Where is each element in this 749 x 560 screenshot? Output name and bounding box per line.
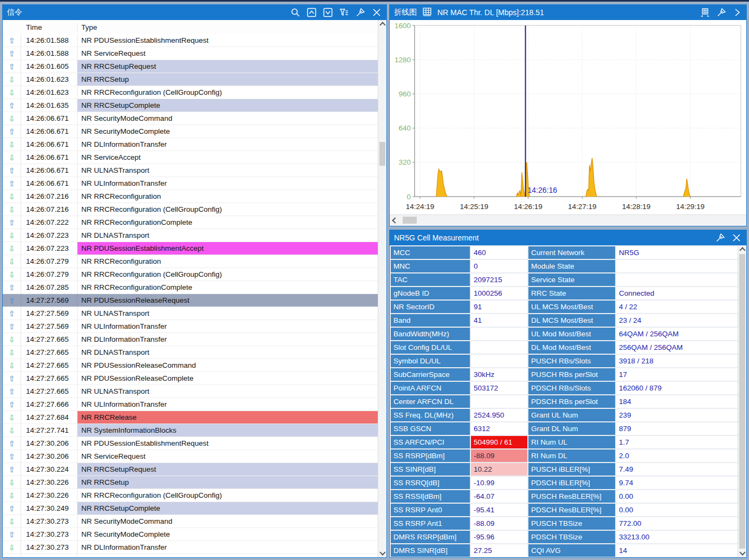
metric-value[interactable]: 1.7 bbox=[616, 436, 738, 448]
metric-value[interactable] bbox=[471, 328, 527, 340]
metric-label[interactable]: RI Num DL bbox=[528, 450, 615, 462]
metric-label[interactable]: DMRS SINR[dB] bbox=[391, 544, 470, 557]
signaling-row[interactable]: ⇩14:26:06.671NR SecurityModeCommand bbox=[3, 112, 378, 125]
chart-horizontal-scrollbar[interactable] bbox=[390, 214, 746, 226]
signaling-row[interactable]: ⇩14:26:07.279NR RRCReconfiguration (Cell… bbox=[3, 268, 378, 281]
metric-value[interactable]: 0 bbox=[471, 260, 527, 272]
metric-value[interactable]: 4 / 22 bbox=[616, 301, 738, 313]
metric-value[interactable]: 1000256 bbox=[471, 287, 527, 299]
signaling-row[interactable]: ⇩14:26:07.216NR RRCReconfiguration bbox=[3, 190, 378, 203]
metric-value[interactable]: 23 / 24 bbox=[616, 314, 738, 327]
metric-label[interactable]: SS ARFCN/PCI bbox=[391, 436, 470, 448]
metric-value[interactable]: 504990 / 61 bbox=[471, 436, 527, 448]
metric-value[interactable] bbox=[471, 341, 527, 354]
metric-label[interactable]: PDSCH iBLER[%] bbox=[528, 477, 615, 489]
fit-grid-icon[interactable] bbox=[700, 7, 711, 18]
metric-value[interactable]: 0.00 bbox=[616, 490, 738, 503]
metric-label[interactable]: NR SectorID bbox=[391, 301, 470, 313]
metric-value[interactable]: 7.49 bbox=[616, 463, 738, 476]
metric-label[interactable]: gNodeB ID bbox=[391, 287, 470, 299]
metric-label[interactable]: PDSCH RBs/Slots bbox=[528, 382, 615, 394]
metric-value[interactable]: 10.22 bbox=[471, 463, 527, 476]
signaling-row[interactable]: ⇧14:26:06.671NR SecurityModeComplete bbox=[3, 125, 378, 138]
prev-message-icon[interactable] bbox=[306, 7, 317, 18]
next-message-icon[interactable] bbox=[322, 7, 333, 18]
metric-value[interactable]: 27.25 bbox=[471, 544, 527, 557]
signaling-row[interactable]: ⇧14:27:30.206NR ServiceRequest bbox=[3, 450, 378, 463]
signaling-row[interactable]: ⇧14:27:27.665NR PDUSessionReleaseComplet… bbox=[3, 372, 378, 385]
metric-value[interactable]: -88.09 bbox=[471, 517, 527, 530]
metric-value[interactable]: 91 bbox=[471, 301, 527, 313]
signaling-row[interactable]: ⇧14:27:27.569NR ULNASTransport bbox=[3, 307, 378, 320]
signaling-row[interactable]: ⇧14:26:07.222NR RRCReconfigurationComple… bbox=[3, 216, 378, 229]
signaling-row[interactable]: ⇩14:26:07.216NR RRCReconfiguration (Cell… bbox=[3, 203, 378, 216]
metric-label[interactable]: PDSCH ResBLER[%] bbox=[528, 504, 615, 516]
signaling-row[interactable]: ⇧14:27:27.666NR ULInformationTransfer bbox=[3, 398, 378, 411]
scrollbar-thumb[interactable] bbox=[739, 254, 745, 549]
metric-label[interactable]: Center ARFCN DL bbox=[391, 395, 470, 408]
signaling-row[interactable]: ⇧14:27:30.206NR PDUSessionEstablishmentR… bbox=[3, 437, 378, 450]
metric-label[interactable]: PointA ARFCN bbox=[391, 382, 470, 394]
metric-label[interactable]: DL Mod Most/Best bbox=[528, 341, 615, 354]
pin-icon[interactable] bbox=[355, 7, 366, 18]
signaling-row[interactable]: ⇩14:27:27.684NR RRCRelease bbox=[3, 411, 378, 424]
signaling-row[interactable]: ⇩14:27:30.273NR SecurityModeCommand bbox=[3, 515, 378, 528]
signaling-row[interactable]: ⇧14:26:01.588NR PDUSessionEstablishmentR… bbox=[3, 34, 378, 47]
metric-value[interactable]: 41 bbox=[471, 314, 527, 327]
search-icon[interactable] bbox=[290, 7, 301, 18]
metric-label[interactable]: TAC bbox=[391, 274, 470, 286]
signaling-row[interactable]: ⇩14:26:07.279NR RRCReconfiguration bbox=[3, 255, 378, 268]
metric-value[interactable] bbox=[616, 274, 738, 286]
metric-label[interactable]: SSB GSCN bbox=[391, 422, 470, 435]
metric-value[interactable]: 239 bbox=[616, 409, 738, 421]
signaling-row[interactable]: ⇩14:27:30.226NR RRCSetup bbox=[3, 476, 378, 489]
metric-label[interactable]: SubCarrierSpace bbox=[391, 368, 470, 381]
signaling-row[interactable]: ⇧14:27:30.249NR RRCSetupComplete bbox=[3, 502, 378, 515]
metric-value[interactable]: Connected bbox=[616, 287, 738, 299]
metric-value[interactable]: 9.74 bbox=[616, 477, 738, 489]
metric-label[interactable]: Slot Config DL/UL bbox=[391, 341, 470, 354]
pin-icon[interactable] bbox=[716, 7, 727, 18]
signaling-row[interactable]: ⇩14:27:27.741NR SystemInformationBlocks bbox=[3, 424, 378, 437]
signaling-row[interactable]: ⇩14:27:27.665NR DLInformationTransfer bbox=[3, 333, 378, 346]
time-column-header[interactable]: Time bbox=[21, 23, 78, 31]
scroll-left-icon[interactable] bbox=[390, 215, 398, 226]
metric-value[interactable]: 33213.00 bbox=[616, 531, 738, 543]
metric-value[interactable]: -10.99 bbox=[471, 477, 527, 489]
metric-label[interactable]: Grant DL Num bbox=[528, 422, 615, 435]
metric-value[interactable]: -95.41 bbox=[471, 504, 527, 516]
metric-label[interactable]: PDSCH TBSize bbox=[528, 531, 615, 543]
signaling-row[interactable]: ⇩14:26:06.671NR DLInformationTransfer bbox=[3, 138, 378, 151]
metric-label[interactable]: MNC bbox=[391, 260, 470, 272]
metric-value[interactable]: 17 bbox=[616, 368, 738, 381]
metric-label[interactable]: UL Mod Most/Best bbox=[528, 328, 615, 340]
metric-value[interactable]: 6312 bbox=[471, 422, 527, 435]
expand-right-icon[interactable] bbox=[732, 7, 742, 18]
metric-value[interactable] bbox=[471, 355, 527, 367]
metric-label[interactable]: Band bbox=[391, 314, 470, 327]
metric-label[interactable]: BandWidth(MHz) bbox=[391, 328, 470, 340]
signaling-vertical-scrollbar[interactable] bbox=[378, 20, 386, 557]
metric-value[interactable]: 64QAM / 256QAM bbox=[616, 328, 738, 340]
metric-label[interactable]: CQI AVG bbox=[528, 544, 615, 557]
metric-value[interactable]: 2524.950 bbox=[471, 409, 527, 421]
metric-label[interactable]: UL MCS Most/Best bbox=[528, 301, 615, 313]
metric-value[interactable]: 256QAM / 256QAM bbox=[616, 341, 738, 354]
scrollbar-thumb[interactable] bbox=[379, 142, 385, 166]
scroll-down-icon[interactable] bbox=[738, 549, 746, 557]
close-icon[interactable] bbox=[731, 232, 742, 243]
signaling-row[interactable]: ⇩14:26:07.223NR DLNASTransport bbox=[3, 229, 378, 242]
metric-label[interactable]: SS RSRQ[dB] bbox=[391, 477, 470, 489]
metric-value[interactable]: 879 bbox=[616, 422, 738, 435]
signaling-row[interactable]: ⇧14:27:27.665NR ULNASTransport bbox=[3, 385, 378, 398]
scroll-down-icon[interactable] bbox=[378, 549, 386, 557]
signaling-row[interactable]: ⇧14:27:30.224NR RRCSetupRequest bbox=[3, 463, 378, 476]
signaling-row[interactable]: ⇧14:26:01.605NR RRCSetupRequest bbox=[3, 60, 378, 73]
signaling-row[interactable]: ⇩14:26:01.623NR RRCReconfiguration (Cell… bbox=[3, 86, 378, 99]
metric-label[interactable]: SS RSRP Ant1 bbox=[391, 517, 470, 530]
signaling-row[interactable]: ⇧14:27:30.273NR SecurityModeComplete bbox=[3, 528, 378, 541]
metric-value[interactable]: 772.00 bbox=[616, 517, 738, 530]
signaling-row[interactable]: ⇧14:27:27.569NR ULInformationTransfer bbox=[3, 320, 378, 333]
metric-label[interactable]: Grant UL Num bbox=[528, 409, 615, 421]
metric-label[interactable]: PUSCH iBLER[%] bbox=[528, 463, 615, 476]
